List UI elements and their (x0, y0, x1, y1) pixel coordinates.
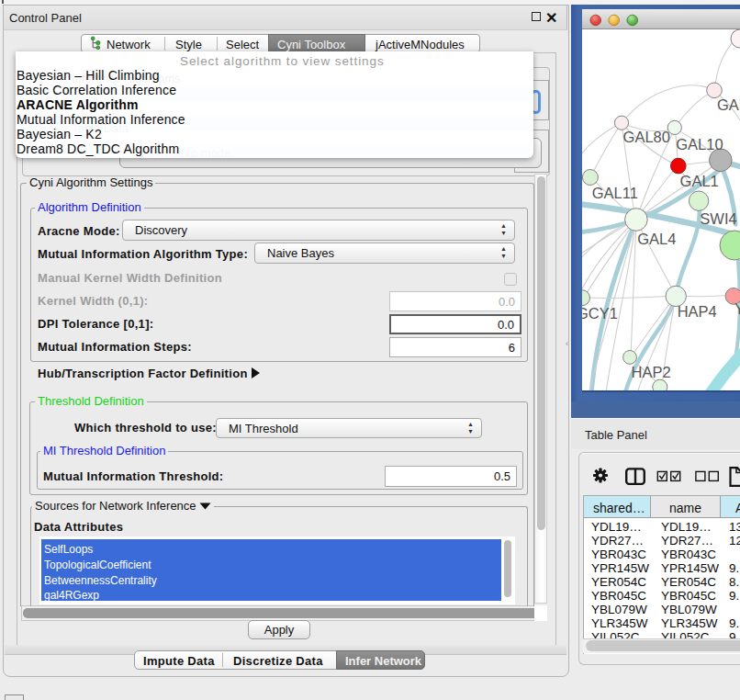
svg-text:GAL4: GAL4 (637, 231, 676, 247)
svg-text:GAL7: GAL7 (717, 96, 740, 113)
svg-text:GCY1: GCY1 (582, 305, 618, 322)
svg-text:GAL11: GAL11 (592, 185, 638, 201)
svg-text:HAP2: HAP2 (632, 364, 671, 380)
svg-text:HAP4: HAP4 (678, 303, 717, 320)
svg-text:GAL80: GAL80 (623, 129, 670, 145)
svg-text:GAL10: GAL10 (676, 136, 723, 152)
svg-text:SWI4: SWI4 (700, 210, 736, 227)
svg-text:GAL1: GAL1 (680, 173, 719, 189)
svg-text:Y: Y (734, 300, 740, 317)
